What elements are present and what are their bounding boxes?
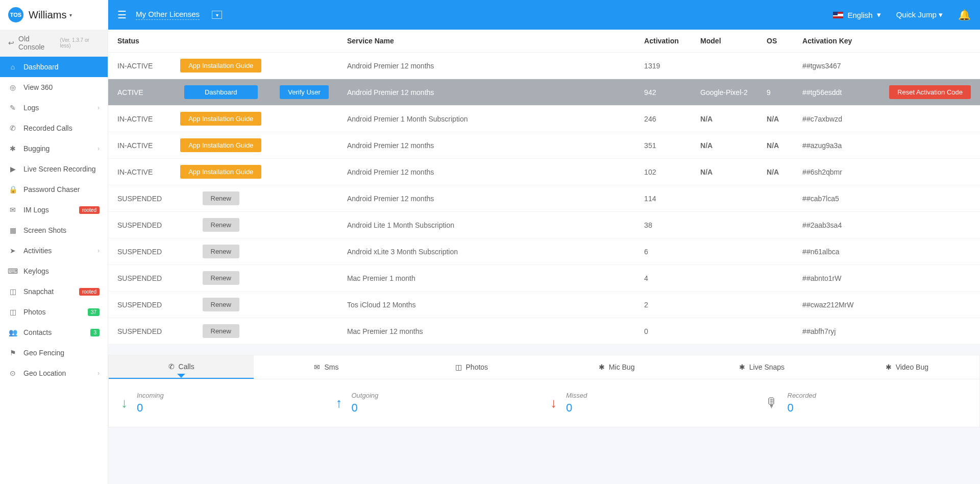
cell-status: SUSPENDED [108,292,171,318]
dashboard-button[interactable]: Dashboard [184,85,258,99]
old-console-version: (Ver. 1.3.7 or less) [60,37,100,49]
cell-key: ##n61albca [793,238,880,265]
language-selector[interactable]: English ▾ [833,10,880,19]
sidebar-item-logs[interactable]: ✎Logs› [0,98,108,118]
tab-sms[interactable]: ✉Sms [254,355,399,379]
bell-icon[interactable]: 🔔 [958,9,971,21]
th-activation: Activation [635,30,691,53]
cell-service: Android Premier 12 months [338,132,635,159]
sidebar-item-dashboard[interactable]: ⌂Dashboard [0,57,108,77]
stat-missed: ↓Missed0 [550,392,753,415]
tab-icon: ✱ [739,363,745,371]
cell-os [757,238,793,265]
stat-incoming: ↓Incoming0 [121,392,324,415]
sidebar-item-snapchat[interactable]: ◫Snapchatrooted [0,281,108,302]
table-row: IN-ACTIVEApp Installation GuideAndroid P… [108,132,980,159]
cell-activation: 4 [635,265,691,292]
tab-icon: ✆ [168,362,175,371]
cell-service: Android Premier 12 months [338,159,635,185]
sidebar-item-activities[interactable]: ➤Activities› [0,240,108,261]
cell-status: SUSPENDED [108,318,171,345]
old-console-link[interactable]: ↩ Old Console (Ver. 1.3.7 or less) [0,30,108,57]
cell-reset [880,212,980,238]
nav-icon: ⚑ [8,349,17,357]
renew-button[interactable]: Renew [203,271,239,285]
sidebar-item-live-screen-recording[interactable]: ▶Live Screen Recording [0,159,108,179]
sidebar-item-bugging[interactable]: ✱Bugging› [0,138,108,159]
hamburger-icon[interactable]: ☰ [117,9,127,21]
nav-icon: ◫ [8,308,17,316]
cell-model [691,318,757,345]
cell-action2 [271,53,338,79]
install-button[interactable]: App Installation Guide [180,165,261,179]
table-row: SUSPENDEDRenewTos iCloud 12 Months2##cwa… [108,292,980,318]
install-button[interactable]: App Installation Guide [180,59,261,72]
cell-key: ##c7axbwzd [793,106,880,132]
nav-icon: ➤ [8,247,17,255]
chevron-right-icon: › [97,370,100,377]
stat-recorded: 🎙Recorded0 [765,392,968,415]
renew-button[interactable]: Renew [203,191,239,205]
cell-status: SUSPENDED [108,185,171,212]
sidebar-item-contacts[interactable]: 👥Contacts3 [0,322,108,343]
verify-button[interactable]: Verify User [280,85,329,99]
table-row: IN-ACTIVEApp Installation GuideAndroid P… [108,106,980,132]
sidebar-item-geo-fencing[interactable]: ⚑Geo Fencing [0,343,108,363]
title-dropdown-icon[interactable]: ▾ [212,11,222,19]
sidebar-item-password-chaser[interactable]: 🔒Password Chaser [0,179,108,200]
renew-button[interactable]: Renew [203,218,239,232]
sidebar-item-view-360[interactable]: ◎View 360 [0,77,108,98]
tab-photos[interactable]: ◫Photos [399,355,544,379]
renew-button[interactable]: Renew [203,298,239,311]
th-reset [880,30,980,53]
cell-service: Tos iCloud 12 Months [338,292,635,318]
install-button[interactable]: App Installation Guide [180,112,261,126]
sidebar-item-screen-shots[interactable]: ▦Screen Shots [0,220,108,240]
tabs-panel: ✆Calls✉Sms◫Photos✱Mic Bug✱Live Snaps✱Vid… [108,355,980,427]
brand[interactable]: TOS Williams ▾ [0,0,108,30]
main: ☰ My Other Licenses ▾ English ▾ Quick Ju… [108,0,980,484]
nav-label: Keylogs [23,267,49,275]
cell-os [757,212,793,238]
tab-calls[interactable]: ✆Calls [109,355,254,379]
quick-jump[interactable]: Quick Jump ▾ [896,10,943,19]
topbar-right: English ▾ Quick Jump ▾ 🔔 [833,9,971,21]
cell-activation: 114 [635,185,691,212]
cell-action1: Renew [171,318,271,345]
reset-activation-button[interactable]: Reset Activation Code [889,85,971,99]
sidebar-item-geo-location[interactable]: ⊙Geo Location› [0,363,108,383]
tab-mic-bug[interactable]: ✱Mic Bug [544,355,689,379]
nav-badge: 37 [88,308,100,316]
cell-service: Android xLite 3 Month Subscription [338,238,635,265]
license-table: Status Service Name Activation Model OS … [108,30,980,345]
stat-label: Outgoing [352,392,379,399]
tab-live-snaps[interactable]: ✱Live Snaps [689,355,834,379]
sidebar-item-keylogs[interactable]: ⌨Keylogs [0,261,108,281]
renew-button[interactable]: Renew [203,324,239,338]
table-header-row: Status Service Name Activation Model OS … [108,30,980,53]
old-console-label: Old Console [18,35,56,51]
page-title[interactable]: My Other Licenses [136,10,200,20]
install-button[interactable]: App Installation Guide [180,138,261,152]
cell-service: Mac Premier 12 months [338,318,635,345]
cell-activation: 246 [635,106,691,132]
cell-reset [880,185,980,212]
table-row: SUSPENDEDRenewAndroid xLite 3 Month Subs… [108,238,980,265]
nav-icon: ⌨ [8,267,17,275]
tab-label: Mic Bug [609,363,635,371]
table-row: IN-ACTIVEApp Installation GuideAndroid P… [108,53,980,79]
cell-model [691,265,757,292]
tab-video-bug[interactable]: ✱Video Bug [835,355,979,379]
table-row: IN-ACTIVEApp Installation GuideAndroid P… [108,159,980,185]
sidebar-item-im-logs[interactable]: ✉IM Logsrooted [0,200,108,220]
cell-key: ##tg56esddt [793,79,880,106]
brand-name: Williams [29,9,66,21]
sidebar-item-photos[interactable]: ◫Photos37 [0,302,108,322]
nav-icon: 👥 [8,328,17,336]
th-key: Activation Key [793,30,880,53]
renew-button[interactable]: Renew [203,245,239,258]
sidebar-item-recorded-calls[interactable]: ✆Recorded Calls [0,118,108,138]
stats-row: ↓Incoming0↑Outgoing0↓Missed0🎙Recorded0 [109,379,979,427]
cell-activation: 1319 [635,53,691,79]
cell-key: ##abnto1rW [793,265,880,292]
